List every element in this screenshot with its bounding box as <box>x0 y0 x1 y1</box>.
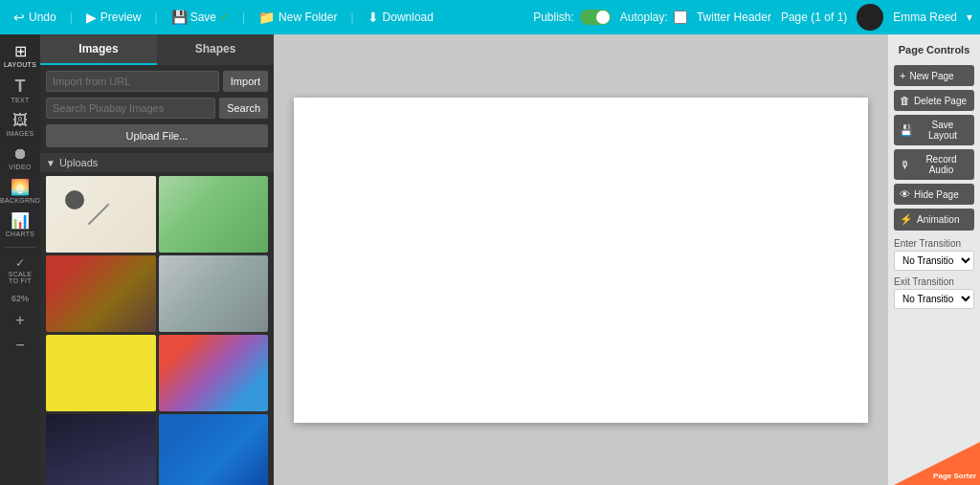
autoplay-label: Autoplay: <box>620 11 668 24</box>
import-button[interactable]: Import <box>223 71 268 92</box>
sidebar-label-text: TEXT <box>11 97 29 103</box>
enter-transition-section: Enter Transition No Transition Fade Slid… <box>894 238 974 271</box>
new-page-icon: + <box>900 70 905 81</box>
zoom-out-icon: − <box>15 338 24 353</box>
page-info: Page (1 of 1) <box>781 11 847 24</box>
sidebar-item-background[interactable]: 🌅 BACKGRND <box>3 176 37 208</box>
page-sorter-area: Page Sorter <box>894 442 980 485</box>
panel-tabs: Images Shapes <box>40 34 274 65</box>
autoplay-area: Autoplay: <box>620 11 687 24</box>
project-title: Twitter Header <box>697 11 771 24</box>
zoom-value: 62% <box>11 294 29 303</box>
sidebar-item-images[interactable]: 🖼 IMAGES <box>3 109 37 141</box>
folder-icon: 📁 <box>258 10 275 25</box>
exit-transition-label: Exit Transition <box>894 276 974 287</box>
avatar <box>857 4 883 31</box>
panel-search-row: Search <box>40 98 274 124</box>
zoom-out-button[interactable]: − <box>3 334 37 357</box>
sidebar-label-charts: CHARTS <box>6 231 34 237</box>
new-folder-button[interactable]: 📁 New Folder <box>253 8 343 27</box>
preview-button[interactable]: ▶ Preview <box>80 8 147 27</box>
list-item[interactable] <box>159 176 269 253</box>
sidebar-label-scale: SCALE TO FIT <box>5 271 35 284</box>
layouts-icon: ⊞ <box>14 44 27 59</box>
page-controls-title: Page Controls <box>894 40 974 59</box>
tab-shapes[interactable]: Shapes <box>157 34 274 65</box>
image-panel: Images Shapes Import Search Upload File.… <box>40 34 274 485</box>
text-icon: T <box>15 77 26 95</box>
list-item[interactable] <box>46 335 156 411</box>
upload-file-button[interactable]: Upload File... <box>46 124 268 147</box>
charts-icon: 📊 <box>11 213 30 229</box>
eye-icon: 👁 <box>900 188 910 200</box>
user-name: Emma Reed <box>893 11 957 24</box>
record-audio-button[interactable]: 🎙 Record Audio <box>894 149 974 180</box>
list-item[interactable] <box>159 414 269 485</box>
exit-transition-select[interactable]: No Transition Fade Slide Left Slide Righ… <box>894 289 974 309</box>
autoplay-checkbox[interactable] <box>674 11 687 24</box>
images-icon: 🖼 <box>12 113 28 128</box>
tab-images[interactable]: Images <box>40 34 157 65</box>
left-sidebar: ⊞ LAYOUTS T TEXT 🖼 IMAGES ⏺ VIDEO 🌅 BACK… <box>0 34 40 485</box>
save-check-icon: ✓ <box>219 11 229 24</box>
canvas[interactable] <box>294 98 868 423</box>
undo-icon: ↩ <box>13 10 25 25</box>
sidebar-item-charts[interactable]: 📊 CHARTS <box>3 209 37 241</box>
enter-transition-label: Enter Transition <box>894 238 974 249</box>
list-item[interactable] <box>46 414 156 485</box>
zoom-level: 62% <box>3 290 37 307</box>
sidebar-label-images: IMAGES <box>6 130 33 137</box>
zoom-in-icon: + <box>15 313 24 328</box>
list-item[interactable] <box>159 255 269 332</box>
sidebar-item-text[interactable]: T TEXT <box>3 74 37 107</box>
save-layout-button[interactable]: 💾 Save Layout <box>894 115 974 145</box>
page-sorter-label[interactable]: Page Sorter <box>933 472 976 481</box>
microphone-icon: 🎙 <box>900 159 910 170</box>
download-button[interactable]: ⬇ Download <box>362 8 439 27</box>
toolbar-right: Publish: Autoplay: Twitter Header Page (… <box>533 4 972 31</box>
zoom-in-button[interactable]: + <box>3 309 37 332</box>
sidebar-label-layouts: LAYOUTS <box>4 61 36 68</box>
exit-transition-section: Exit Transition No Transition Fade Slide… <box>894 276 974 309</box>
save-button[interactable]: 💾 Save ✓ <box>166 8 234 27</box>
page-controls-panel: Page Controls + New Page 🗑 Delete Page 💾… <box>888 34 980 485</box>
sidebar-label-background: BACKGRND <box>0 197 40 204</box>
animation-button[interactable]: ⚡ Animation <box>894 209 974 231</box>
publish-label: Publish: <box>533 11 574 24</box>
sidebar-item-video[interactable]: ⏺ VIDEO <box>3 143 37 174</box>
save-icon: 💾 <box>171 10 188 25</box>
background-icon: 🌅 <box>11 180 30 195</box>
new-page-button[interactable]: + New Page <box>894 65 974 86</box>
search-input[interactable] <box>46 98 215 119</box>
delete-page-button[interactable]: 🗑 Delete Page <box>894 90 974 111</box>
sidebar-item-scale-to-fit[interactable]: ✓ SCALE TO FIT <box>3 254 37 288</box>
image-grid <box>40 172 274 485</box>
publish-toggle[interactable] <box>580 10 611 25</box>
sidebar-item-layouts[interactable]: ⊞ LAYOUTS <box>3 40 37 72</box>
list-item[interactable] <box>46 255 156 332</box>
uploads-section-label: Uploads <box>59 157 98 168</box>
preview-icon: ▶ <box>86 10 97 25</box>
user-dropdown-icon[interactable]: ▾ <box>967 11 972 24</box>
toolbar: ↩ Undo | ▶ Preview | 💾 Save ✓ | 📁 New Fo… <box>0 0 980 34</box>
trash-icon: 🗑 <box>900 95 910 106</box>
canvas-area <box>274 34 888 485</box>
search-button[interactable]: Search <box>219 98 268 119</box>
undo-button[interactable]: ↩ Undo <box>8 8 62 27</box>
sidebar-label-video: VIDEO <box>9 164 31 170</box>
list-item[interactable] <box>159 335 269 411</box>
scale-check-icon: ✓ <box>15 257 25 269</box>
main-layout: ⊞ LAYOUTS T TEXT 🖼 IMAGES ⏺ VIDEO 🌅 BACK… <box>0 34 980 485</box>
hide-page-button[interactable]: 👁 Hide Page <box>894 184 974 205</box>
video-icon: ⏺ <box>12 146 28 162</box>
panel-import-row: Import <box>40 65 274 98</box>
uploads-arrow-icon: ▼ <box>46 158 56 168</box>
publish-area: Publish: <box>533 10 611 25</box>
download-icon: ⬇ <box>368 10 379 25</box>
save-layout-icon: 💾 <box>900 124 913 137</box>
list-item[interactable] <box>46 176 156 253</box>
enter-transition-select[interactable]: No Transition Fade Slide Left Slide Righ… <box>894 251 974 271</box>
import-url-input[interactable] <box>46 71 219 92</box>
animation-icon: ⚡ <box>900 213 913 226</box>
uploads-section-header[interactable]: ▼ Uploads <box>40 153 274 172</box>
